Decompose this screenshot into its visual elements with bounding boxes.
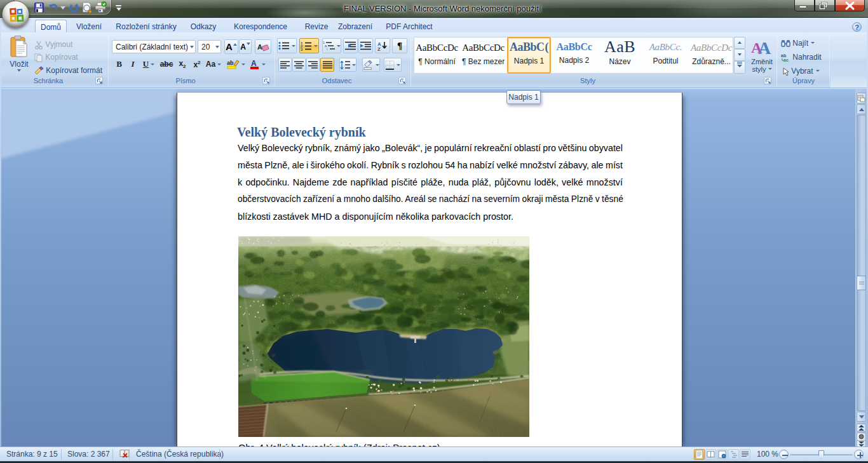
svg-text:3: 3 (301, 48, 303, 51)
svg-text:A: A (758, 38, 771, 55)
svg-text:ab: ab (227, 60, 234, 66)
svg-text:Z: Z (377, 46, 381, 51)
svg-text:i: i (327, 47, 327, 51)
svg-text:A: A (257, 43, 262, 51)
svg-text:ab: ab (781, 53, 786, 58)
svg-text:A: A (251, 59, 257, 68)
svg-text:ac: ac (783, 58, 789, 62)
